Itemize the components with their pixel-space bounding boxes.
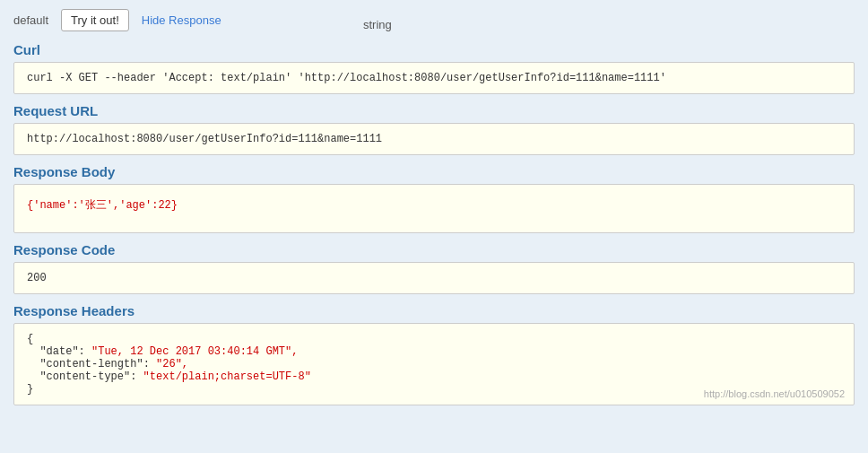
- curl-value: curl -X GET --header 'Accept: text/plain…: [13, 62, 855, 94]
- response-headers-line-3: "content-type": "text/plain;charset=UTF-…: [27, 370, 841, 383]
- response-headers-line-2: "content-length": "26",: [27, 358, 841, 370]
- response-code-section: Response Code 200: [13, 242, 855, 294]
- response-code-value: 200: [13, 262, 855, 294]
- try-it-button[interactable]: Try it out!: [61, 9, 129, 31]
- hide-response-link[interactable]: Hide Response: [142, 13, 221, 27]
- response-body-title: Response Body: [13, 164, 855, 179]
- request-url-value: http://localhost:8080/user/getUserInfo?i…: [13, 123, 855, 155]
- response-headers-title: Response Headers: [13, 303, 855, 318]
- response-headers-open-brace: {: [27, 333, 841, 345]
- response-body-box: {'name':'张三','age':22}: [13, 184, 855, 233]
- response-headers-line-1: "date": "Tue, 12 Dec 2017 03:40:14 GMT",: [27, 345, 841, 358]
- string-label: string: [363, 18, 392, 31]
- response-body-value: {'name':'张三','age':22}: [27, 199, 178, 212]
- response-code-title: Response Code: [13, 242, 855, 257]
- default-label: default: [13, 13, 48, 27]
- response-body-section: Response Body {'name':'张三','age':22}: [13, 164, 855, 233]
- response-headers-box: { "date": "Tue, 12 Dec 2017 03:40:14 GMT…: [13, 323, 855, 405]
- request-url-section: Request URL http://localhost:8080/user/g…: [13, 103, 855, 155]
- response-headers-section: Response Headers { "date": "Tue, 12 Dec …: [13, 303, 855, 405]
- watermark: http://blog.csdn.net/u010509052: [704, 388, 845, 399]
- request-url-title: Request URL: [13, 103, 855, 118]
- curl-title: Curl: [13, 42, 855, 57]
- curl-section: Curl curl -X GET --header 'Accept: text/…: [13, 42, 855, 94]
